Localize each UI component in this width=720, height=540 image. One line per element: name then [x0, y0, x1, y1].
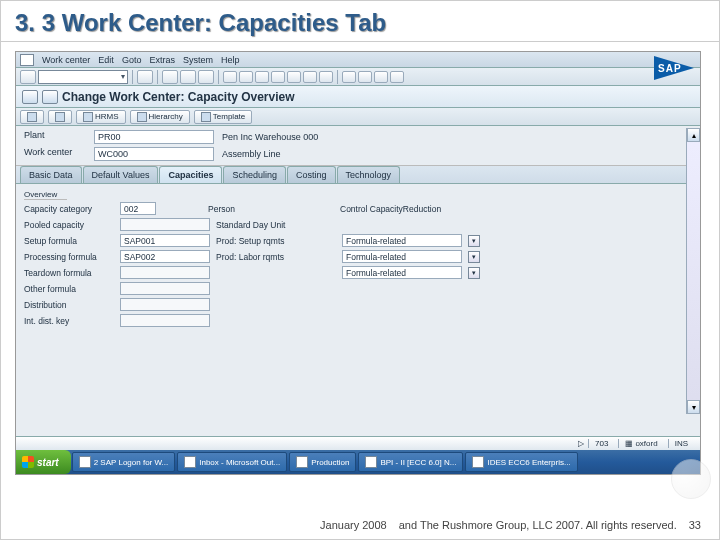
dropdown-icon[interactable]: ▾ [468, 235, 480, 247]
menu-extras[interactable]: Extras [149, 55, 175, 65]
row-setup-desc: Prod: Setup rqmts [216, 236, 336, 246]
window-menu-icon[interactable] [20, 54, 34, 66]
start-button[interactable]: start [16, 450, 71, 474]
status-insert-mode: INS [668, 439, 694, 448]
row-pooled-label: Pooled capacity [24, 220, 114, 230]
next-page-icon[interactable] [303, 71, 317, 83]
footer-copyright: and The Rushmore Group, LLC 2007. All ri… [399, 519, 677, 531]
tab-technology[interactable]: Technology [337, 166, 401, 183]
windows-logo-icon [22, 456, 34, 468]
plant-field[interactable]: PR00 [94, 130, 214, 144]
windows-taskbar: start 2 SAP Logon for W... Inbox - Micro… [16, 450, 700, 474]
find-next-icon[interactable] [255, 71, 269, 83]
scroll-up-icon[interactable]: ▴ [687, 128, 700, 142]
cancel-icon[interactable] [198, 70, 214, 84]
row-pooled-formula[interactable] [120, 218, 210, 231]
screen-title-bar: Change Work Center: Capacity Overview [16, 86, 700, 108]
help-icon[interactable] [374, 71, 388, 83]
capacities-content: Overview Capacity category 002 Person Co… [16, 184, 700, 333]
workcenter-label: Work center [24, 147, 94, 161]
tab-costing[interactable]: Costing [287, 166, 336, 183]
plant-desc: Pen Inc Warehouse 000 [214, 130, 414, 144]
menu-edit[interactable]: Edit [98, 55, 114, 65]
row-setup-label: Setup formula [24, 236, 114, 246]
hrms-button[interactable]: HRMS [76, 110, 126, 124]
find-icon[interactable] [239, 71, 253, 83]
control-column-header: Control CapacityReduction [340, 204, 620, 214]
title-icon [22, 90, 38, 104]
row-teardown-control[interactable]: Formula-related [342, 266, 462, 279]
capacity-category-name: Person [208, 204, 308, 214]
tab-default-values[interactable]: Default Values [83, 166, 159, 183]
row-processing-label: Processing formula [24, 252, 114, 262]
dropdown-icon[interactable]: ▾ [468, 267, 480, 279]
capacity-category-label: Capacity category [24, 204, 114, 214]
status-bar: ▷ 703 ▦oxford INS [16, 436, 700, 450]
row-intdist-label: Int. dist. key [24, 316, 114, 326]
workcenter-desc: Assembly Line [214, 147, 414, 161]
status-client: 703 [588, 439, 614, 448]
footer-date: January 2008 [320, 519, 387, 531]
tab-scheduling[interactable]: Scheduling [223, 166, 286, 183]
row-intdist-formula[interactable] [120, 314, 210, 327]
row-teardown-formula[interactable] [120, 266, 210, 279]
taskbar-item-ides[interactable]: IDES ECC6 Enterpris... [465, 452, 577, 472]
row-processing-desc: Prod: Labor rqmts [216, 252, 336, 262]
menu-workcenter[interactable]: Work center [42, 55, 90, 65]
app-btn-left-1[interactable] [20, 110, 44, 124]
shortcut-icon[interactable] [358, 71, 372, 83]
menu-system[interactable]: System [183, 55, 213, 65]
row-other-formula[interactable] [120, 282, 210, 295]
new-session-icon[interactable] [342, 71, 356, 83]
tab-capacities[interactable]: Capacities [159, 166, 222, 183]
first-page-icon[interactable] [271, 71, 285, 83]
row-other-label: Other formula [24, 284, 114, 294]
slide-title: 3. 3 Work Center: Capacities Tab [1, 1, 719, 42]
slide-footer: January 2008 and The Rushmore Group, LLC… [15, 519, 701, 531]
row-distribution-label: Distribution [24, 300, 114, 310]
application-toolbar: HRMS Hierarchy Template [16, 108, 700, 126]
workcenter-field[interactable]: WC000 [94, 147, 214, 161]
menu-bar: Work center Edit Goto Extras System Help [16, 52, 700, 68]
taskbar-item-saplogon[interactable]: 2 SAP Logon for W... [72, 452, 176, 472]
taskbar-item-bpi[interactable]: BPI - II [ECC 6.0] N... [358, 452, 463, 472]
row-setup-formula[interactable]: SAP001 [120, 234, 210, 247]
slide-decoration [671, 459, 711, 499]
menu-help[interactable]: Help [221, 55, 240, 65]
prev-page-icon[interactable] [287, 71, 301, 83]
row-teardown-label: Teardown formula [24, 268, 114, 278]
vertical-scrollbar[interactable]: ▴ ▾ [686, 128, 700, 414]
command-field[interactable]: ▾ [38, 70, 128, 84]
dropdown-icon[interactable]: ▾ [468, 251, 480, 263]
footer-page-number: 33 [689, 519, 701, 531]
status-arrow-icon: ▷ [578, 439, 584, 448]
row-processing-formula[interactable]: SAP002 [120, 250, 210, 263]
template-button[interactable]: Template [194, 110, 252, 124]
layout-icon[interactable] [390, 71, 404, 83]
exit-icon[interactable] [180, 70, 196, 84]
capacity-category-code[interactable]: 002 [120, 202, 156, 215]
status-server: oxford [635, 439, 657, 448]
enter-icon[interactable] [20, 70, 36, 84]
scroll-down-icon[interactable]: ▾ [687, 400, 700, 414]
status-server-icon: ▦ [625, 439, 633, 448]
row-distribution-formula[interactable] [120, 298, 210, 311]
plant-label: Plant [24, 130, 94, 144]
sap-logo: SAP [654, 54, 694, 82]
row-pooled-desc: Standard Day Unit [216, 220, 336, 230]
row-processing-control[interactable]: Formula-related [342, 250, 462, 263]
menu-goto[interactable]: Goto [122, 55, 142, 65]
tab-strip: Basic Data Default Values Capacities Sch… [16, 166, 700, 184]
print-icon[interactable] [223, 71, 237, 83]
taskbar-item-production[interactable]: Production [289, 452, 356, 472]
hierarchy-button[interactable]: Hierarchy [130, 110, 190, 124]
app-btn-left-2[interactable] [48, 110, 72, 124]
standard-toolbar: ▾ [16, 68, 700, 86]
sap-application-window: SAP Work center Edit Goto Extras System … [15, 51, 701, 475]
last-page-icon[interactable] [319, 71, 333, 83]
back-icon[interactable] [162, 70, 178, 84]
save-icon[interactable] [137, 70, 153, 84]
taskbar-item-outlook[interactable]: Inbox - Microsoft Out... [177, 452, 287, 472]
tab-basic-data[interactable]: Basic Data [20, 166, 82, 183]
row-setup-control[interactable]: Formula-related [342, 234, 462, 247]
